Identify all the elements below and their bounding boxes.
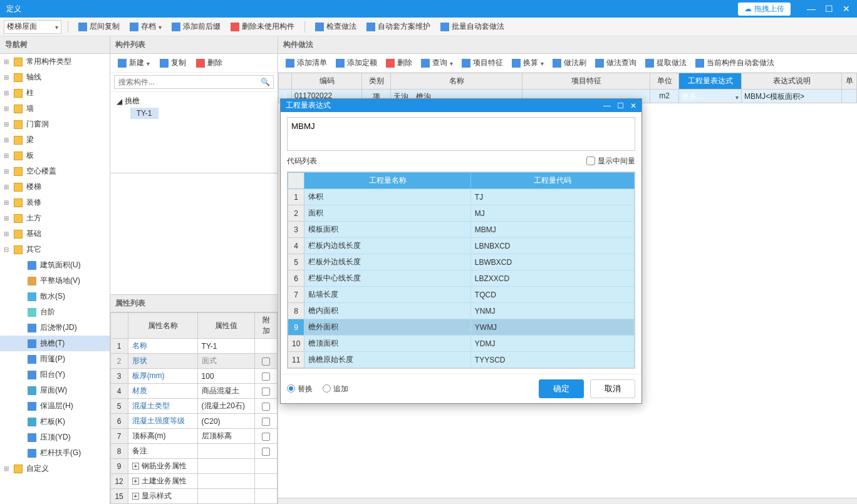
tree-item-sub[interactable]: 建筑面积(U) — [0, 257, 110, 273]
code-row[interactable]: 2面积MJ — [288, 205, 635, 222]
copy-button[interactable]: 复制 — [156, 56, 190, 69]
upload-badge[interactable]: ☁ 拖拽上传 — [738, 3, 791, 16]
prop-row[interactable]: 9+钢筋业务属性 — [110, 459, 277, 474]
tree-item-sub[interactable]: 阳台(Y) — [0, 367, 110, 383]
code-row[interactable]: 8檐内面积YNMJ — [288, 303, 635, 319]
checkbox-icon[interactable] — [262, 357, 270, 366]
tree-item-sub[interactable]: 屋面(W) — [0, 383, 110, 398]
tree-item[interactable]: ⊞板 — [0, 148, 110, 163]
prop-row[interactable]: 3板厚(mm)100 — [110, 369, 277, 384]
code-row[interactable]: 6栏板中心线长度LBZXXCD — [288, 270, 635, 287]
tree-item[interactable]: ⊞常用构件类型 — [0, 54, 110, 69]
cell-last[interactable] — [842, 90, 857, 103]
tree-item[interactable]: ⊞自定义 — [0, 461, 110, 476]
tb-extract-icon[interactable]: 提取做法 — [641, 56, 690, 70]
maximize-button[interactable]: ☐ — [824, 4, 833, 13]
ok-button[interactable]: 确定 — [539, 379, 584, 398]
search-input[interactable] — [114, 75, 274, 89]
checkbox-icon[interactable] — [262, 448, 270, 456]
tb-prefix[interactable]: 添加前后缀 — [168, 19, 224, 34]
dialog-minimize-button[interactable]: — — [603, 101, 611, 110]
tree-item[interactable]: ⊞梁 — [0, 132, 110, 148]
checkbox-icon[interactable] — [262, 403, 270, 411]
code-row[interactable]: 1体积TJ — [288, 189, 635, 205]
expand-icon[interactable]: + — [132, 463, 139, 470]
tb-delete-icon[interactable]: 删除 — [382, 56, 416, 70]
append-radio[interactable]: 追加 — [323, 384, 348, 394]
tree-item-sub[interactable]: 挑檐(T) — [0, 336, 110, 351]
tree-item-sub[interactable]: 栏板(K) — [0, 414, 110, 429]
tb-feature-icon[interactable]: 项目特征 — [458, 56, 507, 70]
prop-row[interactable]: 8备注 — [110, 444, 277, 459]
tree-item[interactable]: ⊞柱 — [0, 85, 110, 101]
tb-quota-icon[interactable]: 添加定额 — [332, 56, 381, 70]
prop-row[interactable]: 12+土建业务属性 — [110, 474, 277, 489]
expression-input[interactable] — [287, 117, 635, 151]
delete-button[interactable]: 删除 — [192, 56, 226, 69]
tree-item-sub[interactable]: 保温层(H) — [0, 398, 110, 414]
code-row[interactable]: 3模板面积MBMJ — [288, 222, 635, 238]
tree-root[interactable]: ◢挑檐 — [113, 95, 275, 108]
prop-row[interactable]: 6混凝土强度等级(C20) — [110, 414, 277, 429]
tree-item[interactable]: ⊞基础 — [0, 226, 110, 242]
code-row[interactable]: 4栏板内边线长度LBNBXCD — [288, 238, 635, 254]
tree-item-selected[interactable]: TY-1 — [130, 108, 158, 119]
code-row[interactable]: 5栏板外边线长度LBWBXCD — [288, 254, 635, 270]
tb-auto-maintain[interactable]: 自动套方案维护 — [363, 19, 434, 34]
code-row[interactable]: 7贴墙长度TQCD — [288, 287, 635, 303]
tb-auto-icon[interactable]: 当前构件自动套做法 — [692, 56, 778, 70]
expand-icon[interactable]: + — [132, 478, 139, 485]
tree-item-sub[interactable]: 栏杆扶手(G) — [0, 445, 110, 461]
tb-wand-icon[interactable]: 做法刷 — [549, 56, 590, 70]
code-row[interactable]: 11挑檐原始长度TYYSCD — [288, 352, 635, 368]
tree-item-sub[interactable]: 散水(S) — [0, 289, 110, 304]
floor-select[interactable]: 楼梯屋面 — [4, 20, 61, 34]
gh-expr[interactable]: 工程量表达式 — [679, 73, 742, 90]
checkbox-icon[interactable] — [262, 418, 270, 426]
tb-list-icon[interactable]: 添加清单 — [282, 56, 331, 70]
tree-item[interactable]: ⊞墙 — [0, 101, 110, 116]
tb-layer-copy[interactable]: 层间复制 — [75, 19, 123, 34]
code-table[interactable]: 工程量名称 工程量代码 1体积TJ2面积MJ3模板面积MBMJ4栏板内边线长度L… — [288, 172, 635, 368]
tree-item[interactable]: ⊞门窗洞 — [0, 116, 110, 132]
tree-item[interactable]: ⊟其它 — [0, 242, 110, 257]
code-row[interactable]: 9檐外面积YWMJ — [288, 319, 635, 336]
tree-item-sub[interactable]: 平整场地(V) — [0, 273, 110, 289]
tb-check[interactable]: 检查做法 — [311, 19, 360, 34]
h-scrollbar[interactable] — [278, 498, 857, 504]
tree-item-sub[interactable]: 后浇带(JD) — [0, 320, 110, 336]
prop-row[interactable]: 5混凝土类型(混凝土20石) — [110, 399, 277, 414]
dialog-close-button[interactable]: ✕ — [630, 101, 636, 110]
dialog-titlebar[interactable]: 工程量表达式 — ☐ ✕ — [281, 99, 641, 112]
tree-item-sub[interactable]: 压顶(YD) — [0, 429, 110, 445]
dialog-maximize-button[interactable]: ☐ — [617, 101, 624, 110]
code-row[interactable]: 10檐顶面积YDMJ — [288, 336, 635, 352]
search-icon[interactable]: 🔍 — [261, 78, 270, 86]
tree-item-sub[interactable]: 雨篷(P) — [0, 351, 110, 367]
prop-row[interactable]: 1名称TY-1 — [110, 339, 277, 354]
nav-tree[interactable]: ⊞常用构件类型⊞轴线⊞柱⊞墙⊞门窗洞⊞梁⊞板⊞空心楼盖⊞楼梯⊞装修⊞土方⊞基础⊟… — [0, 54, 110, 504]
checkbox-icon[interactable] — [262, 388, 270, 396]
tb-batch-auto[interactable]: 批量自动套做法 — [437, 19, 508, 34]
prop-row[interactable]: 15+显示样式 — [110, 489, 277, 504]
tree-item[interactable]: ⊞楼梯 — [0, 179, 110, 195]
tree-item[interactable]: ⊞装修 — [0, 195, 110, 210]
minimize-button[interactable]: — — [807, 4, 816, 13]
tb-fx-icon[interactable]: 换算 — [508, 56, 548, 70]
checkbox-icon[interactable] — [262, 373, 270, 381]
tb-delete-unused[interactable]: 删除未使用构件 — [227, 19, 298, 34]
cell-expr[interactable]: 更多... — [679, 90, 742, 103]
new-button[interactable]: 新建 — [114, 56, 153, 69]
expand-icon[interactable]: + — [132, 493, 139, 500]
replace-radio[interactable]: 替换 — [287, 384, 313, 394]
tree-item[interactable]: ⊞空心楼盖 — [0, 163, 110, 179]
prop-table[interactable]: 属性名称 属性值 附加 1名称TY-12形状面式3板厚(mm)1004材质商品混… — [110, 312, 278, 504]
checkbox-icon[interactable] — [262, 433, 270, 441]
component-tree[interactable]: ◢挑檐 TY-1 — [110, 92, 278, 173]
prop-row[interactable]: 7顶标高(m)层顶标高 — [110, 429, 277, 444]
close-button[interactable]: ✕ — [842, 4, 851, 13]
prop-row[interactable]: 2形状面式 — [110, 354, 277, 369]
cancel-button[interactable]: 取消 — [590, 379, 635, 398]
tb-search-icon[interactable]: 查询 — [417, 56, 457, 70]
tb-query-icon[interactable]: 做法查询 — [591, 56, 640, 70]
